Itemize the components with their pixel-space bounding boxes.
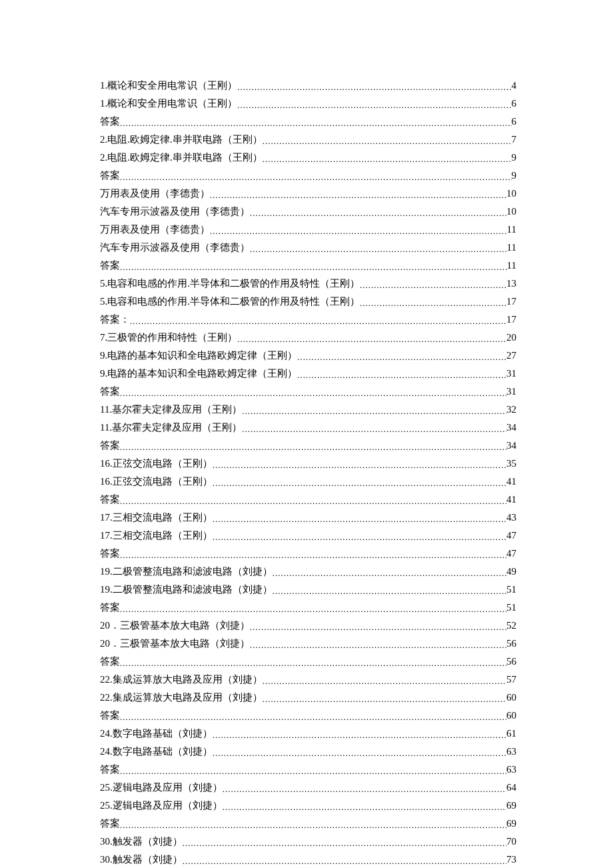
toc-entry-leader-dots (120, 258, 507, 276)
toc-entry-title: 16.正弦交流电路（王刚） (100, 473, 213, 491)
toc-entry-page-number: 7 (512, 131, 517, 149)
toc-entry-title: 16.正弦交流电路（王刚） (100, 455, 213, 473)
toc-entry-page-number: 61 (506, 725, 516, 743)
toc-entry: 答案：17 (100, 311, 516, 329)
toc-entry: 答案47 (100, 545, 516, 563)
toc-entry: 16.正弦交流电路（王刚）41 (100, 473, 516, 491)
toc-entry-title: 25.逻辑电路及应用（刘捷） (100, 797, 223, 815)
table-of-contents: 1.概论和安全用电常识（王刚）41.概论和安全用电常识（王刚）6答案62.电阻.… (100, 77, 516, 868)
toc-entry: 7.三极管的作用和特性（王刚）20 (100, 329, 516, 347)
toc-entry-leader-dots (297, 348, 506, 366)
toc-entry-title: 答案 (100, 653, 120, 671)
toc-entry-page-number: 6 (512, 113, 517, 131)
toc-entry-leader-dots (263, 690, 506, 708)
toc-entry-title: 24.数字电路基础（刘捷） (100, 743, 213, 761)
toc-entry-title: 答案 (100, 383, 120, 401)
toc-entry: 30.触发器（刘捷）70 (100, 833, 516, 851)
toc-entry-title: 19.二极管整流电路和滤波电路（刘捷） (100, 581, 273, 599)
toc-entry-page-number: 34 (506, 437, 516, 455)
toc-entry-page-number: 27 (506, 347, 516, 365)
toc-entry-page-number: 60 (506, 689, 516, 707)
toc-entry-leader-dots (213, 456, 506, 474)
toc-entry-title: 11.基尔霍夫定律及应用（王刚） (100, 401, 242, 419)
toc-entry-leader-dots (360, 294, 506, 312)
toc-entry-page-number: 49 (506, 563, 516, 581)
toc-entry-page-number: 73 (506, 851, 516, 868)
toc-entry-leader-dots (120, 654, 506, 672)
toc-entry-title: 答案 (100, 437, 120, 455)
toc-entry-leader-dots (210, 186, 506, 204)
toc-entry-page-number: 31 (506, 365, 516, 383)
toc-entry-title: 22.集成运算放大电路及应用（刘捷） (100, 689, 263, 707)
toc-entry-title: 9.电路的基本知识和全电路欧姆定律（王刚） (100, 365, 297, 383)
toc-entry-page-number: 32 (506, 401, 516, 419)
toc-entry-title: 30.触发器（刘捷） (100, 833, 183, 851)
toc-entry-title: 20．三极管基本放大电路（刘捷） (100, 635, 250, 653)
toc-entry-leader-dots (223, 798, 506, 816)
toc-entry-page-number: 69 (506, 815, 516, 833)
toc-entry-title: 答案 (100, 257, 120, 275)
toc-entry: 答案9 (100, 167, 516, 185)
toc-entry-page-number: 52 (506, 617, 516, 635)
toc-entry-title: 17.三相交流电路（王刚） (100, 527, 213, 545)
toc-entry: 5.电容和电感的作用.半导体和二极管的作用及特性（王刚）17 (100, 293, 516, 311)
toc-entry-page-number: 47 (506, 545, 516, 563)
toc-entry-title: 19.二极管整流电路和滤波电路（刘捷） (100, 563, 273, 581)
toc-entry-leader-dots (263, 150, 512, 168)
toc-entry-title: 5.电容和电感的作用.半导体和二极管的作用及特性（王刚） (100, 293, 360, 311)
toc-entry-page-number: 6 (512, 95, 517, 113)
toc-entry: 30.触发器（刘捷）73 (100, 851, 516, 868)
toc-entry-page-number: 10 (506, 203, 516, 221)
toc-entry-leader-dots (223, 780, 506, 798)
toc-entry: 答案56 (100, 653, 516, 671)
toc-entry-leader-dots (250, 240, 507, 258)
toc-entry: 16.正弦交流电路（王刚）35 (100, 455, 516, 473)
toc-entry-leader-dots (263, 672, 506, 690)
toc-entry: 17.三相交流电路（王刚）43 (100, 509, 516, 527)
toc-entry-leader-dots (120, 546, 506, 564)
toc-entry: 24.数字电路基础（刘捷）61 (100, 725, 516, 743)
toc-entry: 答案63 (100, 761, 516, 779)
toc-entry: 汽车专用示波器及使用（李德贵）11 (100, 239, 516, 257)
toc-entry-title: 汽车专用示波器及使用（李德贵） (100, 239, 250, 257)
toc-entry-title: 答案 (100, 761, 120, 779)
toc-entry-title: 答案 (100, 545, 120, 563)
toc-entry-leader-dots (250, 618, 506, 636)
toc-entry-page-number: 69 (506, 797, 516, 815)
toc-entry-page-number: 11 (507, 239, 516, 257)
toc-entry-page-number: 9 (512, 167, 517, 185)
toc-entry: 19.二极管整流电路和滤波电路（刘捷）49 (100, 563, 516, 581)
toc-entry-title: 2.电阻.欧姆定律.串并联电路（王刚） (100, 131, 263, 149)
toc-entry: 22.集成运算放大电路及应用（刘捷）57 (100, 671, 516, 689)
toc-entry-title: 20．三极管基本放大电路（刘捷） (100, 617, 250, 635)
toc-entry: 25.逻辑电路及应用（刘捷）64 (100, 779, 516, 797)
toc-entry-page-number: 31 (506, 383, 516, 401)
toc-entry-title: 30.触发器（刘捷） (100, 851, 183, 868)
toc-entry-page-number: 63 (506, 761, 516, 779)
toc-entry-leader-dots (213, 726, 506, 744)
toc-entry-leader-dots (273, 564, 506, 582)
toc-entry-page-number: 13 (506, 275, 516, 293)
toc-entry-page-number: 47 (506, 527, 516, 545)
toc-entry-leader-dots (120, 600, 506, 618)
toc-entry-title: 答案 (100, 113, 120, 131)
toc-entry-title: 11.基尔霍夫定律及应用（王刚） (100, 419, 242, 437)
toc-entry: 1.概论和安全用电常识（王刚）6 (100, 95, 516, 113)
toc-entry-page-number: 56 (506, 635, 516, 653)
toc-entry-title: 2.电阻.欧姆定律.串并联电路（王刚） (100, 149, 263, 167)
toc-entry-leader-dots (210, 222, 507, 240)
toc-entry-leader-dots (237, 330, 506, 348)
toc-entry: 22.集成运算放大电路及应用（刘捷）60 (100, 689, 516, 707)
toc-entry: 答案60 (100, 707, 516, 725)
toc-entry-title: 汽车专用示波器及使用（李德贵） (100, 203, 250, 221)
toc-entry-page-number: 4 (512, 77, 517, 95)
toc-entry-title: 答案： (100, 311, 130, 329)
toc-entry: 17.三相交流电路（王刚）47 (100, 527, 516, 545)
toc-entry: 2.电阻.欧姆定律.串并联电路（王刚）9 (100, 149, 516, 167)
toc-entry: 答案11 (100, 257, 516, 275)
toc-entry: 汽车专用示波器及使用（李德贵）10 (100, 203, 516, 221)
toc-entry: 9.电路的基本知识和全电路欧姆定律（王刚）27 (100, 347, 516, 365)
toc-entry-leader-dots (213, 744, 506, 762)
toc-entry-title: 1.概论和安全用电常识（王刚） (100, 77, 237, 95)
toc-entry-leader-dots (120, 816, 506, 834)
